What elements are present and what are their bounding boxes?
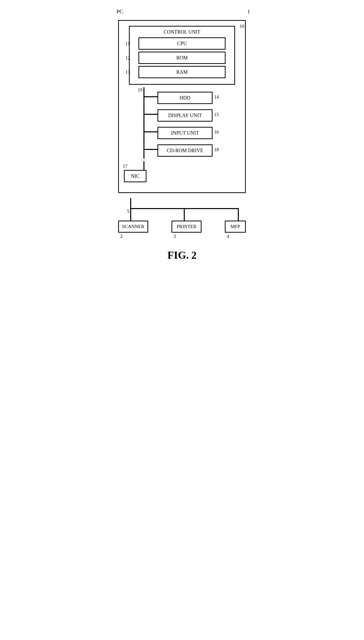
display-ref: 15 bbox=[214, 112, 219, 117]
pc-ref: 1 bbox=[247, 8, 250, 15]
nic-label: NIC bbox=[131, 173, 139, 179]
pc-label: PC bbox=[116, 8, 123, 15]
cpu-ref-label: 11 bbox=[125, 41, 130, 46]
nic-ref-label: 17 bbox=[123, 163, 127, 169]
input-box: INPUT UNIT bbox=[157, 127, 213, 139]
printer-vline bbox=[184, 208, 185, 221]
input-label: INPUT UNIT bbox=[171, 130, 199, 136]
cdrom-ref: 18 bbox=[214, 147, 219, 152]
bottom-devices: SCANNER 2 PRINTER 3 MFP 4 bbox=[118, 221, 246, 239]
mfp-ref: 4 bbox=[225, 234, 229, 239]
cpu-box: 11 CPU bbox=[138, 37, 226, 50]
control-unit-title: CONTROL UNIT bbox=[133, 29, 231, 35]
scanner-box: SCANNER bbox=[118, 221, 148, 233]
rom-ref-label: 12 bbox=[125, 55, 130, 61]
cpu-label: CPU bbox=[177, 41, 187, 46]
scanner-ref: 2 bbox=[118, 234, 123, 239]
printer-col: PRINTER 3 bbox=[171, 221, 202, 239]
scanner-col: SCANNER 2 bbox=[118, 221, 148, 239]
mfp-label: MFP bbox=[231, 224, 240, 229]
input-ref: 16 bbox=[214, 129, 219, 135]
scanner-vline bbox=[130, 208, 131, 221]
cdrom-box: CD-ROM DRIVE bbox=[157, 144, 213, 157]
display-box: DISPLAY UNIT bbox=[157, 109, 213, 122]
control-unit-box: CONTROL UNIT 10 11 CPU 12 ROM 13 RAM bbox=[129, 26, 235, 85]
rom-box: 12 ROM bbox=[138, 52, 226, 64]
hdd-label: HDD bbox=[179, 95, 190, 101]
printer-label: PRINTER bbox=[176, 224, 196, 229]
network-vline-top bbox=[130, 198, 131, 208]
rom-label: ROM bbox=[176, 55, 188, 60]
ram-box: 13 RAM bbox=[138, 66, 226, 78]
cdrom-label: CD-ROM DRIVE bbox=[167, 148, 203, 153]
vertical-bus bbox=[143, 87, 144, 159]
printer-ref: 3 bbox=[171, 234, 176, 239]
control-unit-ref: 10 bbox=[240, 24, 244, 29]
printer-box: PRINTER bbox=[171, 221, 202, 233]
ram-label: RAM bbox=[176, 69, 188, 75]
network-ref: 5 bbox=[127, 209, 129, 214]
pc-box: PC 1 CONTROL UNIT 10 11 CPU 12 ROM 13 bbox=[118, 20, 246, 193]
ram-ref-label: 13 bbox=[125, 69, 130, 75]
mfp-box: MFP bbox=[225, 221, 246, 233]
mfp-col: MFP 4 bbox=[225, 221, 246, 239]
scanner-label: SCANNER bbox=[122, 224, 144, 229]
hdd-ref: 14 bbox=[214, 94, 219, 100]
mfp-vline bbox=[238, 208, 239, 221]
display-label: DISPLAY UNIT bbox=[168, 113, 202, 118]
bus-ref: 19 bbox=[138, 87, 142, 93]
nic-box: NIC bbox=[124, 170, 146, 182]
hdd-box: HDD bbox=[157, 92, 213, 104]
figure-caption: FIG. 2 bbox=[111, 249, 253, 261]
